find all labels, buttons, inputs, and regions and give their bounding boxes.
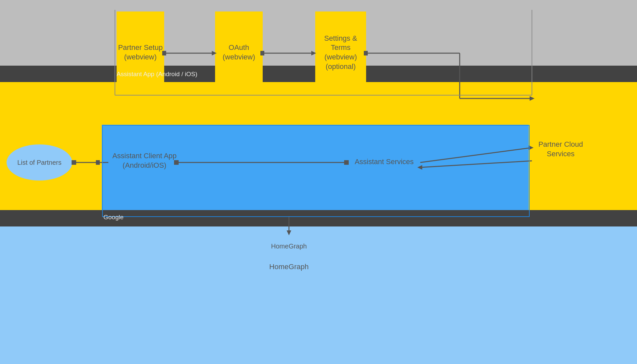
partner-cloud-label: Partner Cloud Services (532, 140, 589, 159)
settings-terms-label: Settings & Terms (webview) (optional) (315, 34, 366, 71)
dark-bar-bottom (0, 210, 637, 226)
oauth-label: OAuth (webview) (215, 43, 263, 62)
list-of-partners-label: List of Partners (17, 159, 62, 166)
homegraph-ellipse-label: HomeGraph (271, 243, 307, 250)
homegraph-ellipse: HomeGraph (250, 233, 328, 259)
homegraph-text: HomeGraph (269, 263, 309, 271)
partner-setup-label: Partner Setup (webview) (117, 43, 164, 62)
homegraph-label: HomeGraph (250, 263, 328, 271)
assistant-services-text: Assistant Services (355, 158, 414, 166)
assistant-client-label: Assistant Client App (Android/iOS) (112, 151, 177, 170)
settings-terms-box: Settings & Terms (webview) (optional) (315, 11, 366, 94)
oauth-box: OAuth (webview) (215, 11, 263, 94)
partner-cloud-box: Partner Cloud Services (532, 98, 589, 200)
partner-setup-box: Partner Setup (webview) (117, 11, 164, 94)
assistant-client-box: Assistant Client App (Android/iOS) (112, 138, 177, 184)
assistant-services-label: Assistant Services (348, 158, 420, 166)
list-of-partners-ellipse: List of Partners (7, 144, 72, 181)
